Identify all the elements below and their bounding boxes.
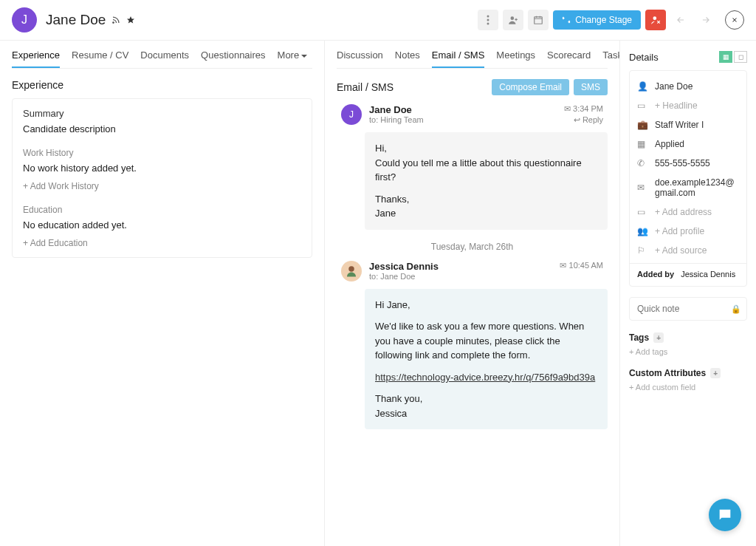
education-label: Education [23,205,301,215]
mid-tabs: Discussion Notes Email / SMS Meetings Sc… [337,41,608,69]
tab-email-sms[interactable]: Email / SMS [432,50,485,68]
next-button[interactable] [695,10,716,30]
phone-icon: ✆ [637,158,647,168]
sender-avatar: J [341,104,362,125]
custom-attrs-label: Custom Attributes [629,368,706,378]
change-stage-button[interactable]: Change Stage [553,10,641,30]
rss-icon[interactable] [111,16,120,24]
add-education-link[interactable]: + Add Education [23,238,301,248]
details-title: Details [629,52,659,63]
add-tag-button[interactable]: + [653,332,664,343]
detail-name: Jane Doe [655,81,693,92]
view-toggle-expand[interactable]: ◻ [734,51,747,63]
svg-point-0 [113,22,114,24]
calendar-icon: ▦ [637,139,647,149]
experience-card: Summary Candidate description Work Histo… [12,98,312,258]
more-menu-button[interactable] [478,10,498,30]
svg-marker-1 [127,16,134,24]
source-icon: ⚐ [637,245,647,256]
add-tags-link[interactable]: + Add tags [629,347,747,356]
compose-email-button[interactable]: Compose Email [492,79,569,95]
headline-icon: ▭ [637,100,647,111]
header: J Jane Doe Change Stage [0,0,756,41]
add-source[interactable]: + Add source [655,245,707,256]
middle-column: Discussion Notes Email / SMS Meetings Sc… [325,41,620,546]
message-to: to: Jane Doe [369,272,439,281]
quick-note-input[interactable] [629,297,747,321]
add-custom-field-link[interactable]: + Add custom field [629,383,747,392]
person-icon: 👤 [637,81,647,92]
svg-point-4 [487,23,489,25]
education-text: No education added yet. [23,219,301,231]
tab-notes[interactable]: Notes [395,50,420,68]
address-icon: ▭ [637,207,647,217]
tab-documents[interactable]: Documents [140,50,189,68]
view-toggle-compact[interactable]: ▦ [719,51,732,63]
lock-icon: 🔒 [731,304,741,314]
right-column: Details ▦ ◻ 👤Jane Doe ▭+ Headline 💼Staff… [620,41,756,546]
message-from: Jane Doe [369,104,424,115]
email-sms-title: Email / SMS [337,81,394,93]
message-to: to: Hiring Team [369,115,424,124]
add-profile[interactable]: + Add profile [655,226,704,236]
svg-point-2 [487,16,489,18]
detail-status: Applied [655,139,684,149]
questionnaire-link[interactable]: https://technology-advice.breezy.hr/q/75… [375,372,595,383]
change-stage-label: Change Stage [575,15,632,25]
candidate-avatar: J [12,7,37,33]
calendar-button[interactable] [528,10,549,30]
tab-meetings[interactable]: Meetings [496,50,535,68]
experience-title: Experience [12,79,312,91]
tab-questionnaires[interactable]: Questionnaires [201,50,265,68]
detail-position: Staff Writer I [655,120,704,130]
envelope-icon: ✉ [560,261,566,270]
svg-point-7 [653,16,657,20]
tags-label: Tags [629,332,649,343]
tab-more[interactable]: More [278,50,308,68]
tab-experience[interactable]: Experience [12,50,60,68]
svg-rect-6 [535,17,543,24]
work-history-label: Work History [23,148,301,158]
add-attr-button[interactable]: + [710,368,721,378]
envelope-icon: ✉ [564,104,571,113]
message-body: Hi Jane, We'd like to ask you a few more… [365,289,608,430]
profile-icon: 👥 [637,226,647,236]
detail-email: doe.example1234@gmail.com [655,177,739,198]
close-button[interactable] [725,10,744,30]
work-history-text: No work history added yet. [23,163,301,174]
sms-button[interactable]: SMS [574,79,608,95]
date-separator: Tuesday, March 26th [337,242,608,252]
add-address[interactable]: + Add address [655,207,712,217]
add-work-history-link[interactable]: + Add Work History [23,181,301,191]
message-block: J Jane Doe to: Hiring Team ✉ 3:34 PM ↩ R… [337,104,608,125]
svg-point-8 [348,266,354,272]
prev-button[interactable] [670,10,691,30]
left-column: Experience Resume / CV Documents Questio… [0,41,325,546]
tab-resume[interactable]: Resume / CV [72,50,128,68]
user-add-button[interactable] [503,10,523,30]
svg-point-3 [487,19,489,21]
message-from: Jessica Dennis [369,261,439,272]
message-block: Jessica Dennis to: Jane Doe ✉ 10:45 AM [337,261,608,281]
message-time: 3:34 PM [573,104,603,113]
star-icon[interactable] [126,16,135,24]
add-headline[interactable]: + Headline [655,100,698,111]
sender-avatar [341,261,362,281]
summary-label: Summary [23,108,301,119]
reply-link[interactable]: ↩ Reply [564,115,603,125]
candidate-name: Jane Doe [46,12,106,28]
details-list: 👤Jane Doe ▭+ Headline 💼Staff Writer I ▦A… [629,70,747,287]
email-icon: ✉ [637,182,647,193]
added-by: Added by Jessica Dennis [630,263,746,280]
message-body: Hi,Could you tell me a little about this… [365,132,608,230]
svg-point-5 [511,16,515,20]
left-tabs: Experience Resume / CV Documents Questio… [12,41,312,69]
tab-tasks[interactable]: Tasks [602,50,620,68]
reject-button[interactable] [645,10,666,30]
tab-scorecard[interactable]: Scorecard [547,50,591,68]
tab-discussion[interactable]: Discussion [337,50,383,68]
detail-phone: 555-555-5555 [655,158,710,168]
summary-text: Candidate description [23,123,301,134]
message-time: 10:45 AM [569,261,603,270]
chat-fab[interactable] [709,499,741,531]
